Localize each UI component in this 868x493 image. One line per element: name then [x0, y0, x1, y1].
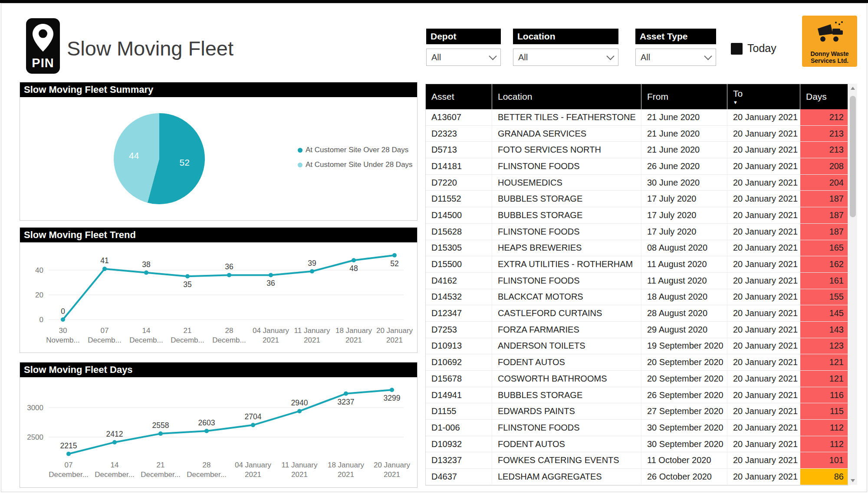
- data-point[interactable]: [144, 271, 148, 275]
- data-point[interactable]: [352, 258, 356, 262]
- cell-asset: D15678: [426, 371, 492, 387]
- cell-asset: D2323: [426, 126, 492, 142]
- table-row[interactable]: D10913ANDERSON TOILETS19 September 20202…: [426, 338, 848, 355]
- data-point[interactable]: [61, 317, 65, 322]
- x-tick-label: December...: [187, 470, 227, 479]
- legend-dot: [298, 163, 302, 167]
- cell-from: 21 June 2020: [641, 109, 727, 125]
- page-title: Slow Moving Fleet: [67, 36, 233, 60]
- cell-days: 145: [800, 305, 848, 321]
- cell-to: 20 January 2021: [727, 224, 800, 240]
- column-header-days[interactable]: Days: [800, 84, 848, 109]
- scroll-up-button[interactable]: [848, 84, 857, 92]
- table-row[interactable]: D14500BUBBLES STORAGE17 July 202020 Janu…: [426, 207, 848, 224]
- asset-type-dropdown[interactable]: All: [635, 49, 716, 66]
- table-row[interactable]: D15500EXTRA UTILITIES - ROTHERHAM11 Augu…: [426, 256, 848, 273]
- data-point[interactable]: [344, 392, 348, 396]
- today-checkbox[interactable]: [731, 43, 743, 55]
- table-row[interactable]: D1155EDWARDS PAINTS27 September 202020 J…: [426, 403, 848, 420]
- data-point[interactable]: [102, 267, 107, 271]
- y-tick-label: 20: [35, 291, 43, 299]
- table-row[interactable]: D14532BLACKCAT MOTORS18 August 202020 Ja…: [426, 289, 848, 306]
- location-dropdown[interactable]: All: [513, 49, 618, 66]
- cell-location: BETTER TILES - FEATHERSTONE: [492, 109, 641, 125]
- cell-from: 11 August 2020: [641, 256, 727, 272]
- cell-location: FLINSTONE FOODS: [492, 420, 641, 436]
- cell-from: 21 June 2020: [641, 142, 727, 158]
- cell-from: 26 October 2020: [641, 469, 727, 485]
- scroll-down-button[interactable]: [848, 476, 857, 485]
- cell-asset: D10913: [426, 338, 492, 354]
- legend-item[interactable]: At Customer Site Under 28 Days: [298, 160, 413, 170]
- table-scrollbar[interactable]: [848, 84, 857, 485]
- column-header-location[interactable]: Location: [492, 84, 641, 109]
- data-point[interactable]: [310, 269, 314, 274]
- x-tick-label: 11 January: [294, 326, 330, 335]
- table-row[interactable]: D4162FLINSTONE FOODS11 August 202020 Jan…: [426, 273, 848, 289]
- cell-from: 17 July 2020: [641, 224, 727, 240]
- scrollbar-thumb[interactable]: [850, 96, 856, 217]
- sort-desc-icon: ▼: [733, 100, 738, 105]
- data-point[interactable]: [204, 429, 209, 433]
- table-row[interactable]: D7253FORZA FARMARIES29 August 202020 Jan…: [426, 322, 848, 338]
- table-row[interactable]: D1-006FLINSTONE FOODS30 September 202020…: [426, 420, 848, 436]
- data-point[interactable]: [251, 423, 255, 427]
- x-tick-label: 2021: [245, 470, 261, 479]
- table-row[interactable]: D12347CASTLEFORD CURTAINS28 August 20202…: [426, 305, 848, 322]
- data-point[interactable]: [227, 273, 231, 277]
- data-label: 3237: [338, 398, 355, 406]
- table-row[interactable]: D15305HEAPS BREWERIES08 August 202020 Ja…: [426, 240, 848, 257]
- cell-from: 27 September 2020: [641, 403, 727, 419]
- column-header-asset[interactable]: Asset: [426, 84, 492, 109]
- data-point[interactable]: [297, 409, 302, 413]
- data-point[interactable]: [66, 452, 71, 456]
- table-row[interactable]: D15628FLINSTONE FOODS17 July 202020 Janu…: [426, 224, 848, 240]
- table-row[interactable]: D10692FODENT AUTOS20 September 202020 Ja…: [426, 354, 848, 371]
- table-row[interactable]: D11552BUBBLES STORAGE17 July 202020 Janu…: [426, 191, 848, 207]
- x-tick-label: 18 January: [328, 461, 365, 469]
- filter-label-depot: Depot: [426, 29, 501, 44]
- cell-days: 86: [800, 469, 848, 485]
- x-tick-label: 07: [101, 326, 109, 335]
- column-header-to[interactable]: To ▼: [727, 84, 800, 109]
- days-panel-title: Slow Moving Fleet Days: [20, 362, 417, 377]
- cell-asset: D4162: [426, 273, 492, 289]
- trend-line-chart[interactable]: 020400413835363639485230Novemb...07Decem…: [20, 242, 416, 352]
- table-row[interactable]: D5713FOTO SERVICES NORTH21 June 202020 J…: [426, 142, 848, 158]
- table-row[interactable]: D2323GRANADA SERVICES21 June 202020 Janu…: [426, 126, 848, 142]
- data-point[interactable]: [390, 388, 394, 392]
- x-tick-label: 04 January: [253, 326, 289, 335]
- data-point[interactable]: [185, 274, 190, 278]
- table-row[interactable]: D10932FODENT AUTOS30 September 202020 Ja…: [426, 436, 848, 453]
- legend-item[interactable]: At Customer Site Over 28 Days: [298, 145, 413, 155]
- cell-asset: D14181: [426, 158, 492, 174]
- days-line-chart[interactable]: 2500300022152412255826032704294032373299…: [20, 377, 416, 486]
- data-point[interactable]: [158, 431, 163, 436]
- table-row[interactable]: D15678COSWORTH BATHROOMS20 September 202…: [426, 371, 848, 387]
- y-tick-label: 2500: [27, 433, 43, 441]
- table-row[interactable]: D7220HOUSEMEDICS30 June 202020 January 2…: [426, 175, 848, 191]
- cell-days: 112: [800, 420, 848, 436]
- data-point[interactable]: [269, 273, 273, 277]
- summary-panel: Slow Moving Fleet Summary 5244 At Custom…: [20, 82, 418, 221]
- table-row[interactable]: D13237FOWKES CATERING EVENTS11 October 2…: [426, 452, 848, 469]
- column-header-from[interactable]: From: [641, 84, 727, 109]
- table-row[interactable]: D4637LEDSHAM AGGREGATES26 October 202020…: [426, 469, 848, 485]
- x-tick-label: 20 January: [376, 326, 413, 335]
- data-label: 41: [100, 256, 108, 265]
- table-row[interactable]: A13607BETTER TILES - FEATHERSTONE21 June…: [426, 109, 848, 126]
- depot-dropdown[interactable]: All: [426, 49, 501, 66]
- x-tick-label: 11 January: [282, 461, 318, 469]
- table-row[interactable]: D14181FLINSTONE FOODS26 June 202020 Janu…: [426, 158, 848, 175]
- filter-label-asset-type: Asset Type: [635, 29, 716, 44]
- summary-panel-title: Slow Moving Fleet Summary: [20, 82, 417, 97]
- data-point[interactable]: [112, 440, 117, 444]
- cell-from: 08 August 2020: [641, 240, 727, 256]
- data-point[interactable]: [392, 253, 397, 258]
- cell-from: 26 September 2020: [641, 387, 727, 403]
- pie-legend: At Customer Site Over 28 Days At Custome…: [298, 145, 413, 174]
- table-row[interactable]: D14941BUBBLES STORAGE26 September 202020…: [426, 387, 848, 404]
- cell-days: 187: [800, 207, 848, 223]
- cell-asset: D14941: [426, 387, 492, 403]
- x-tick-label: 30: [59, 326, 67, 335]
